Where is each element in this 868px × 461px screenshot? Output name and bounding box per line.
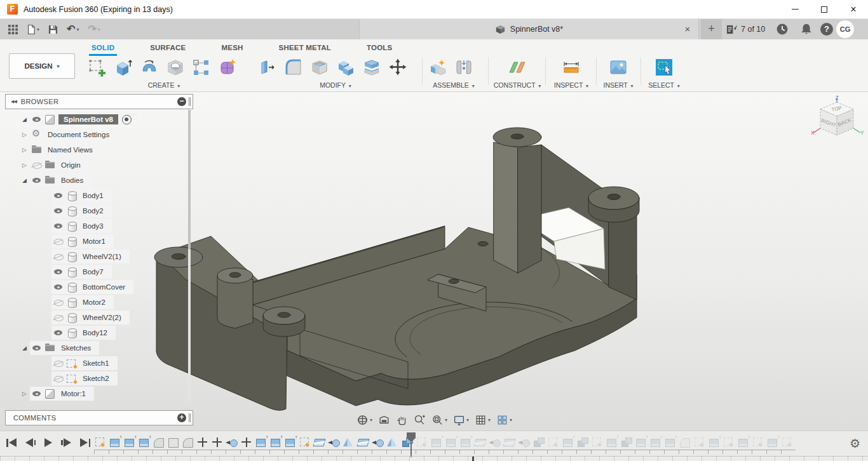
expander-icon[interactable] [19,177,30,184]
fit-button[interactable]: ▾ [430,413,449,427]
timeline-feature-icon[interactable] [284,436,299,448]
tree-item[interactable]: Origin [5,157,193,173]
tree-item-label[interactable]: Sketch2 [80,373,112,384]
timeline-feature-icon[interactable] [722,436,737,448]
tree-item[interactable]: Motor:1 [5,386,193,401]
construct-group-label[interactable]: CONSTRUCT ▾ [493,81,541,89]
tree-item[interactable]: WheelV2(2) [5,310,193,325]
activate-radio[interactable] [122,115,132,124]
tree-item-label[interactable]: SpinnerBot v8 [58,114,118,124]
maximize-button[interactable] [810,0,839,18]
timeline-feature-icon[interactable] [109,436,123,448]
notifications-button[interactable] [800,23,813,36]
expander-icon[interactable] [19,116,30,123]
tree-item-label[interactable]: Origin [58,160,83,170]
timeline-feature-icon[interactable] [182,436,196,448]
timeline-feature-icon[interactable] [766,436,781,448]
timeline-step-back-button[interactable] [25,438,36,447]
expander-icon[interactable] [19,162,30,168]
help-button[interactable]: ? [820,23,833,36]
tree-item-label[interactable]: Motor2 [80,297,108,307]
tree-item[interactable]: Document Settings [5,127,193,142]
timeline-feature-icon[interactable] [342,436,357,448]
timeline-feature-icon[interactable] [167,436,182,448]
tree-item[interactable]: Motor2 [5,295,193,310]
timeline-feature-icon[interactable] [649,436,664,448]
comments-resize-grip[interactable] [189,413,191,422]
modify-group-label[interactable]: MODIFY ▾ [254,81,417,89]
save-button[interactable] [45,22,61,37]
timeline-feature-icon[interactable] [547,436,562,448]
timeline-feature-icon[interactable] [737,436,752,448]
timeline-feature-icon[interactable] [357,436,372,448]
visibility-eye-icon[interactable] [31,160,43,170]
pattern-button[interactable] [188,56,214,79]
tree-item-label[interactable]: Named Views [45,145,95,155]
tree-item[interactable]: Body3 [5,218,193,234]
timeline-feature-icon[interactable] [123,436,138,448]
split-body-button[interactable] [358,56,384,79]
visibility-eye-icon[interactable] [31,175,43,185]
timeline-feature-icon[interactable] [211,436,226,448]
timeline-feature-icon[interactable] [240,436,255,448]
undo-button[interactable]: ↶ ▾ [64,22,82,36]
visibility-eye-icon[interactable] [53,297,64,307]
expander-icon[interactable] [19,147,30,153]
timeline-feature-icon[interactable] [664,436,679,448]
timeline-feature-icon[interactable] [153,436,167,448]
timeline-play-button[interactable] [44,438,52,447]
browser-scrollbar[interactable] [188,110,191,402]
select-group-label[interactable]: SELECT ▾ [642,81,686,89]
timeline-feature-icon[interactable] [532,436,547,448]
tree-item-label[interactable]: Motor1 [80,236,108,246]
tree-item-label[interactable]: Body1 [80,190,106,201]
timeline-feature-icon[interactable] [679,436,693,448]
file-menu-button[interactable]: ▾ [24,22,43,37]
document-tab-close-button[interactable]: × [681,22,695,36]
visibility-eye-icon[interactable] [31,114,43,124]
view-cube[interactable]: TOP RIGHT BACK Z X Y [808,96,865,154]
timeline-feature-icon[interactable] [489,436,503,448]
tree-item-label[interactable]: Body7 [80,267,106,277]
tab-mesh[interactable]: MESH [219,41,246,56]
timeline-feature-icon[interactable] [416,436,430,448]
timeline-go-to-end-button[interactable] [80,438,90,447]
tree-item-label[interactable]: Motor:1 [58,389,88,399]
timeline-settings-gear-icon[interactable]: ⚙ [850,437,860,451]
tree-item-label[interactable]: WheelV2(1) [80,251,124,262]
visibility-eye-icon[interactable] [53,236,64,246]
timeline-feature-icon[interactable] [474,436,489,448]
timeline-feature-icon[interactable] [94,436,109,448]
move-copy-button[interactable] [384,56,410,79]
collapse-browser-icon[interactable]: ◀◀ [11,99,17,104]
tree-item-label[interactable]: Body12 [80,328,110,338]
tree-item[interactable]: Sketch2 [5,371,193,386]
visibility-eye-icon[interactable] [53,312,64,323]
look-at-button[interactable] [376,413,392,427]
minimize-button[interactable] [780,0,810,18]
timeline-go-to-start-button[interactable] [6,438,17,447]
timeline-feature-icon[interactable] [445,436,459,448]
app-grid-button[interactable] [5,22,21,37]
viewports-button[interactable]: ▾ [494,413,514,427]
timeline-feature-icon[interactable] [372,436,386,448]
timeline-feature-icon[interactable] [576,436,591,448]
timeline-step-forward-button[interactable] [61,438,71,447]
timeline-feature-icon[interactable] [226,436,240,448]
job-status[interactable]: 7 of 10 [726,19,765,39]
timeline-feature-icon[interactable] [591,436,606,448]
browser-minimize-icon[interactable]: − [177,97,186,106]
workspace-selector[interactable]: DESIGN ▾ [9,53,75,79]
tree-item[interactable]: Body2 [5,203,193,218]
tree-item-label[interactable]: WheelV2(2) [80,312,124,323]
timeline-scrollbar[interactable] [0,456,868,461]
timeline-feature-icon[interactable] [386,436,401,448]
visibility-eye-icon[interactable] [31,343,43,353]
visibility-eye-icon[interactable] [53,251,64,262]
timeline-feature-icon[interactable] [299,436,313,448]
timeline-feature-icon[interactable] [693,436,708,448]
expander-icon[interactable] [19,345,30,351]
add-comment-icon[interactable]: + [177,413,186,422]
tree-item[interactable]: Body7 [5,264,193,279]
tree-item[interactable]: Sketches [5,340,193,356]
